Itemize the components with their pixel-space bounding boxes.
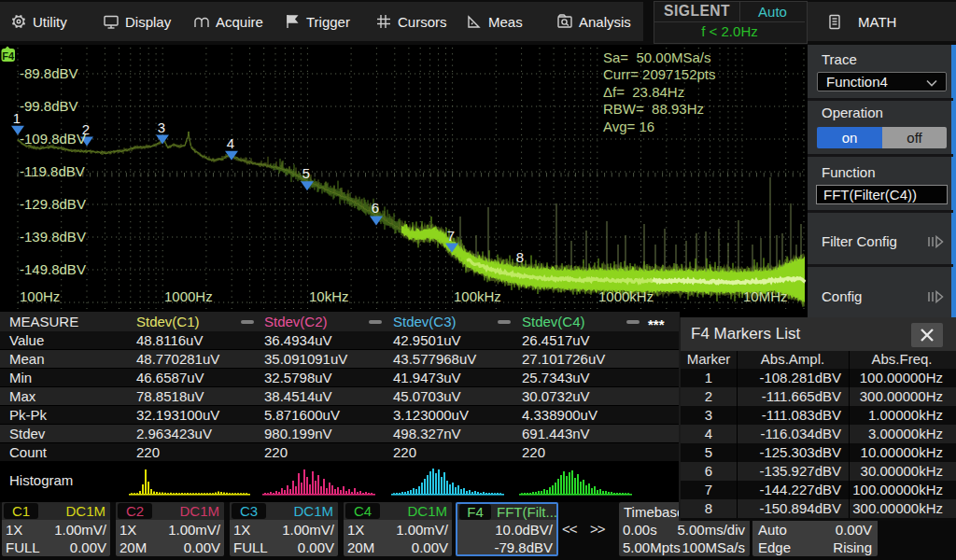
svg-text:6: 6 (372, 200, 379, 216)
svg-text:10MHz: 10MHz (743, 288, 788, 304)
svg-text:-109.8dBV: -109.8dBV (20, 131, 86, 147)
svg-text:-139.8dBV: -139.8dBV (20, 229, 86, 245)
svg-text:Sa= 50.00MSa/s: Sa= 50.00MSa/s (603, 49, 711, 65)
svg-text:8: 8 (516, 249, 524, 265)
svg-text:5: 5 (302, 165, 310, 181)
svg-text:F4: F4 (2, 50, 15, 62)
svg-text:1000kHz: 1000kHz (598, 288, 654, 304)
svg-text:10kHz: 10kHz (309, 288, 349, 304)
svg-text:3: 3 (158, 119, 165, 135)
svg-text:RBW= 88.93Hz: RBW= 88.93Hz (603, 101, 704, 117)
svg-text:-119.8dBV: -119.8dBV (20, 163, 85, 179)
svg-text:7: 7 (447, 228, 455, 244)
svg-text:-99.8dBV: -99.8dBV (20, 98, 78, 114)
svg-text:-149.8dBV: -149.8dBV (20, 261, 86, 277)
svg-text:100kHz: 100kHz (454, 288, 501, 304)
svg-text:1000Hz: 1000Hz (164, 288, 213, 304)
svg-text:100Hz: 100Hz (20, 288, 60, 304)
svg-text:Avg= 16: Avg= 16 (603, 119, 654, 134)
svg-text:Δf= 23.84Hz: Δf= 23.84Hz (603, 84, 684, 100)
svg-text:-89.8dBV: -89.8dBV (20, 65, 78, 81)
svg-text:4: 4 (227, 135, 234, 151)
svg-text:-129.8dBV: -129.8dBV (20, 196, 86, 212)
svg-text:Curr= 2097152pts: Curr= 2097152pts (603, 66, 716, 82)
